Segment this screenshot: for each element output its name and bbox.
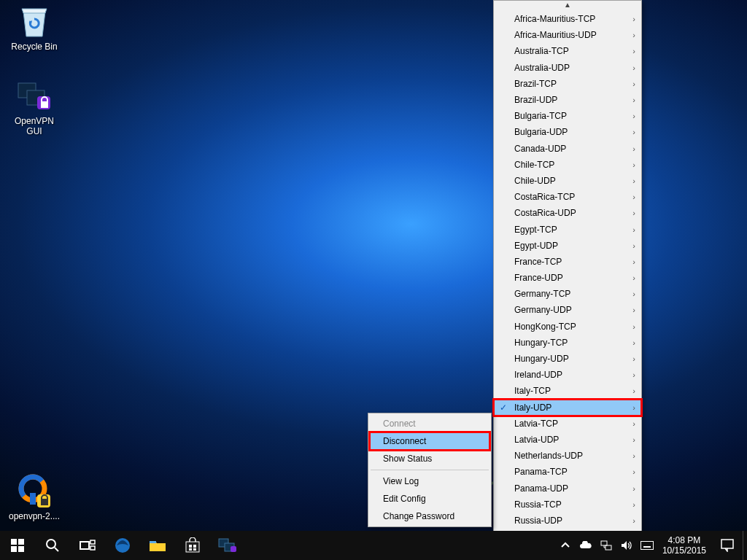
svg-rect-10: [18, 539, 24, 545]
country-item[interactable]: ✓HongKong-TCP›: [494, 319, 641, 335]
country-item-label: Bulgaria-UDP: [514, 127, 568, 137]
menu-item-show-status[interactable]: Show Status: [370, 450, 489, 467]
chevron-up-icon: [561, 541, 570, 550]
tray-volume-icon[interactable]: [620, 539, 633, 552]
taskbar-app-file-explorer[interactable]: [140, 531, 175, 560]
country-item[interactable]: ✓Netherlands-UDP›: [494, 448, 641, 464]
chevron-right-icon: ›: [632, 63, 635, 72]
country-item-label: Australia-TCP: [514, 46, 569, 56]
svg-rect-9: [11, 539, 17, 545]
windows-icon: [11, 539, 24, 552]
country-item[interactable]: ✓Brazil-UDP›: [494, 92, 641, 108]
country-item[interactable]: ✓France-UDP›: [494, 270, 641, 286]
country-item[interactable]: ✓Egypt-TCP›: [494, 221, 641, 237]
country-item[interactable]: ✓Australia-TCP›: [494, 43, 641, 59]
tray-network-icon[interactable]: [600, 539, 613, 552]
svg-rect-19: [150, 543, 166, 551]
menu-item-edit-config[interactable]: Edit Config: [370, 490, 489, 508]
country-item[interactable]: ✓Panama-TCP›: [494, 464, 641, 480]
country-item[interactable]: ✓Latvia-TCP›: [494, 416, 641, 432]
country-item[interactable]: ✓Italy-UDP›: [494, 400, 641, 416]
country-item[interactable]: ✓Australia-UDP›: [494, 60, 641, 76]
svg-rect-15: [80, 542, 89, 549]
svg-rect-39: [643, 546, 651, 548]
country-item[interactable]: ✓Africa-Mauritius-UDP›: [494, 27, 641, 43]
menu-item-disconnect[interactable]: Disconnect: [370, 432, 489, 450]
cloud-icon: [579, 541, 592, 550]
country-item[interactable]: ✓CostaRica-TCP›: [494, 189, 641, 205]
desktop-icon-recycle-bin[interactable]: Recycle Bin: [6, 4, 63, 52]
country-item[interactable]: ✓Bulgaria-UDP›: [494, 124, 641, 140]
menu-item-change-password[interactable]: Change Password: [370, 508, 489, 525]
chevron-right-icon: ›: [632, 192, 635, 201]
country-item[interactable]: ✓Chile-UDP›: [494, 173, 641, 189]
country-item-label: Italy-TCP: [514, 386, 551, 396]
country-item[interactable]: ✓Africa-Mauritius-TCP›: [494, 11, 641, 27]
country-item[interactable]: ✓Ireland-UDP›: [494, 367, 641, 383]
svg-rect-8: [41, 499, 48, 505]
country-item[interactable]: ✓Chile-TCP›: [494, 157, 641, 173]
svg-rect-12: [18, 546, 24, 552]
country-item-label: Latvia-TCP: [514, 419, 558, 429]
country-item-label: CostaRica-TCP: [514, 192, 575, 202]
country-item[interactable]: ✓Panama-UDP›: [494, 480, 641, 496]
country-item-label: Bulgaria-TCP: [514, 111, 567, 121]
svg-rect-23: [193, 545, 196, 548]
country-item-label: Hungary-TCP: [514, 338, 568, 348]
country-item-label: Africa-Mauritius-TCP: [514, 14, 595, 24]
country-item-label: Panama-TCP: [514, 467, 568, 477]
svg-rect-22: [189, 545, 192, 548]
chevron-right-icon: ›: [632, 289, 635, 298]
action-center-button[interactable]: [712, 531, 743, 560]
country-item[interactable]: ✓Hungary-TCP›: [494, 335, 641, 351]
country-item-label: HongKong-TCP: [514, 322, 576, 332]
desktop-icon-openvpn-gui[interactable]: OpenVPN GUI: [6, 79, 63, 136]
country-submenu[interactable]: ▲ ✓Africa-Mauritius-TCP›✓Africa-Mauritiu…: [493, 0, 642, 556]
tray-onedrive-icon[interactable]: [579, 539, 592, 552]
chevron-right-icon: ›: [632, 467, 635, 476]
openvpn-installer-icon: [17, 474, 52, 509]
country-item[interactable]: ✓Russia-TCP›: [494, 497, 641, 513]
task-view-button[interactable]: [70, 531, 105, 560]
country-item-label: CostaRica-UDP: [514, 208, 576, 218]
country-item[interactable]: ✓Egypt-UDP›: [494, 238, 641, 254]
chevron-right-icon: ›: [632, 160, 635, 169]
chevron-right-icon: ›: [632, 435, 635, 444]
show-desktop-button[interactable]: [743, 531, 747, 560]
country-item[interactable]: ✓Brazil-TCP›: [494, 76, 641, 92]
taskbar-app-openvpn-gui[interactable]: [210, 531, 245, 560]
task-view-icon: [80, 540, 96, 551]
country-item[interactable]: ✓CostaRica-UDP›: [494, 205, 641, 221]
country-item[interactable]: ✓Hungary-UDP›: [494, 351, 641, 367]
openvpn-context-menu[interactable]: Connect Disconnect Show Status View Log …: [368, 413, 492, 527]
taskbar-app-edge[interactable]: [105, 531, 140, 560]
country-item-label: Chile-TCP: [514, 160, 554, 170]
tray-keyboard-icon[interactable]: [640, 539, 654, 552]
menu-item-view-log[interactable]: View Log: [370, 472, 489, 490]
taskbar-app-store[interactable]: [175, 531, 210, 560]
country-item[interactable]: ✓France-TCP›: [494, 254, 641, 270]
chevron-right-icon: ›: [632, 112, 635, 120]
country-item[interactable]: ✓Germany-UDP›: [494, 302, 641, 318]
chevron-right-icon: ›: [632, 322, 635, 331]
start-button[interactable]: [0, 531, 35, 560]
scroll-up-arrow[interactable]: ▲: [494, 1, 641, 11]
country-item-label: Latvia-UDP: [514, 435, 559, 445]
country-item-label: Hungary-UDP: [514, 354, 569, 364]
country-item[interactable]: ✓Russia-UDP›: [494, 513, 641, 529]
country-item-label: Canada-UDP: [514, 144, 566, 154]
country-item[interactable]: ✓Bulgaria-TCP›: [494, 108, 641, 124]
country-item[interactable]: ✓Latvia-UDP›: [494, 432, 641, 448]
country-item[interactable]: ✓Canada-UDP›: [494, 141, 641, 157]
desktop-icon-label: openvpn-2....: [6, 511, 63, 521]
country-item[interactable]: ✓Italy-TCP›: [494, 383, 641, 399]
taskbar-clock[interactable]: 4:08 PM 10/15/2015: [659, 535, 712, 556]
chevron-right-icon: ›: [632, 403, 635, 412]
desktop-icon-openvpn-installer[interactable]: openvpn-2....: [6, 474, 63, 521]
chevron-right-icon: ›: [632, 144, 635, 153]
country-item[interactable]: ✓Germany-TCP›: [494, 286, 641, 302]
tray-overflow-button[interactable]: [559, 539, 572, 552]
chevron-right-icon: ›: [632, 176, 635, 185]
country-list: ✓Africa-Mauritius-TCP›✓Africa-Mauritius-…: [494, 11, 641, 545]
search-button[interactable]: [35, 531, 70, 560]
